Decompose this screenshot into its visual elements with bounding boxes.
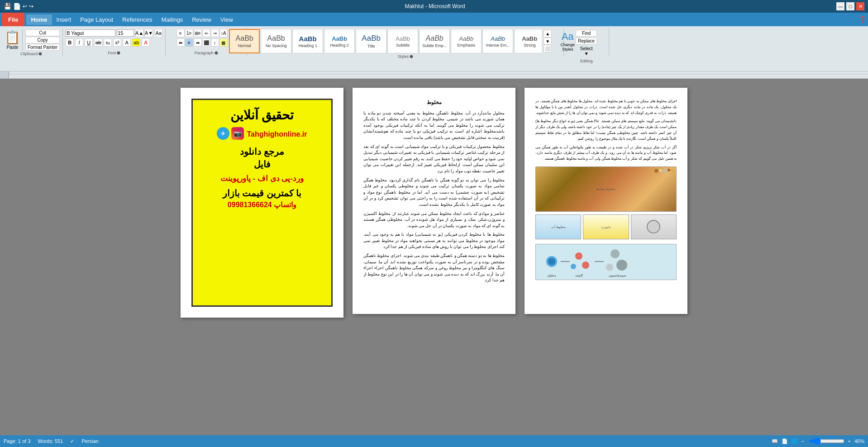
zoom-out-button[interactable]: −: [801, 438, 804, 444]
text-effects-button[interactable]: A: [123, 38, 131, 47]
word-count: Words: 551: [38, 438, 63, 444]
format-painter-button[interactable]: Format Painter: [25, 44, 60, 51]
superscript-button[interactable]: x²: [113, 38, 121, 47]
strikethrough-button[interactable]: ab: [94, 38, 102, 47]
page1-ref-title: مرجع دانلود فایل: [240, 145, 284, 171]
highlight-button[interactable]: ab: [132, 38, 140, 47]
zoom-in-button[interactable]: +: [848, 438, 851, 444]
align-center-button[interactable]: ≡: [185, 38, 193, 47]
sort-button[interactable]: ↕A: [219, 29, 228, 37]
subscript-button[interactable]: x₂: [104, 38, 112, 47]
paragraph-label: Paragraph: [195, 51, 214, 55]
read-mode-icon[interactable]: 📖: [772, 438, 778, 444]
menu-insert[interactable]: Insert: [52, 14, 76, 25]
styles-scroll-down[interactable]: ▼: [544, 38, 552, 45]
styles-scroll-up[interactable]: ▲: [544, 30, 552, 38]
underline-button[interactable]: U: [85, 38, 93, 47]
menu-home[interactable]: Home: [26, 14, 52, 25]
page1-title: تحقیق آنلاین: [230, 107, 294, 124]
page3-image-row: مایع زرد مخلوط آب: [535, 214, 677, 239]
decrease-font-button[interactable]: A▼: [145, 29, 153, 37]
svg-point-8: [610, 249, 620, 258]
style-subtle-emphasis[interactable]: AaBb Subtle Emp...: [419, 29, 450, 53]
decrease-indent-button[interactable]: ⇐: [202, 29, 210, 37]
copy-button[interactable]: Copy: [25, 37, 60, 43]
line-spacing-button[interactable]: ↕: [211, 38, 219, 47]
find-button[interactable]: Find: [576, 30, 597, 37]
cut-button[interactable]: Cut: [25, 29, 60, 36]
font-name-input[interactable]: [66, 29, 115, 37]
align-left-button[interactable]: ⬅: [176, 38, 185, 47]
web-layout-icon[interactable]: 🌐: [792, 438, 798, 444]
multilevel-list-button[interactable]: ⊞≡: [194, 29, 202, 37]
font-size-input[interactable]: [117, 29, 134, 37]
file-menu[interactable]: File: [2, 13, 24, 26]
spell-check-icon[interactable]: ✓: [70, 438, 74, 444]
style-intense-emphasis-preview: AaBb: [491, 35, 505, 42]
page1-url: Tahghighonline.ir: [247, 130, 307, 138]
styles-expand-icon[interactable]: ⬣: [410, 54, 413, 59]
style-intense-emphasis[interactable]: AaBb Intense Em...: [482, 29, 513, 53]
page3-image-1: [631, 214, 677, 239]
page2-para-1: محلول ماننداَرد در آب. مخلوط ناهمگن مخلو…: [363, 110, 505, 141]
menu-mailings[interactable]: Mailings: [157, 14, 188, 25]
menu-references[interactable]: References: [118, 14, 157, 25]
page1-contact: 09981366624 واتساپ: [228, 200, 296, 209]
clear-format-button[interactable]: Aa: [154, 29, 162, 37]
svg-point-6: [571, 264, 576, 269]
clipboard-expand-icon[interactable]: ⬣: [38, 52, 42, 56]
style-emphasis[interactable]: AaBb Emphasis: [451, 29, 482, 53]
page-1: تحقیق آنلاین Tahghighonline.ir 📷 ✈ مرجع …: [181, 88, 343, 318]
style-heading1[interactable]: AaBb Heading 1: [292, 29, 323, 53]
maximize-button[interactable]: □: [846, 2, 854, 10]
page2-para-4: عناصر و موادی که باعث ایجاد مخلوط ممکن م…: [363, 211, 505, 229]
style-normal[interactable]: AaBb Normal: [229, 29, 260, 53]
menu-view[interactable]: View: [216, 14, 238, 25]
style-strong[interactable]: AaBb Strong: [514, 29, 542, 53]
editing-label: Editing: [580, 59, 593, 63]
increase-indent-button[interactable]: ⇒: [211, 29, 219, 37]
font-color-button[interactable]: A: [142, 38, 150, 47]
svg-text:سوسپانسیون: سوسپانسیون: [609, 274, 626, 277]
replace-button[interactable]: Replace: [576, 38, 597, 44]
style-no-spacing[interactable]: AaBb No Spacing: [261, 29, 291, 53]
style-subtitle-preview: AaBb: [396, 35, 410, 42]
font-expand-icon[interactable]: ⬣: [117, 51, 120, 55]
print-layout-icon[interactable]: 📄: [782, 438, 788, 444]
style-normal-preview: AaBb: [236, 34, 253, 43]
bold-button[interactable]: B: [66, 38, 74, 47]
style-subtitle-label: Subtitle: [396, 43, 410, 48]
shading-button[interactable]: ▦: [219, 38, 228, 47]
style-title[interactable]: AaBb Title: [356, 29, 386, 53]
style-no-spacing-preview: AaBb: [267, 34, 285, 43]
style-subtle-emphasis-label: Subtle Emp...: [422, 43, 447, 48]
page2-para-6: مخلوط ها به دو دسته همگن و ناهمگن طبقه ب…: [363, 253, 505, 284]
increase-font-button[interactable]: A▲: [135, 29, 143, 37]
bullet-list-button[interactable]: ≡: [176, 29, 185, 37]
help-icon[interactable]: ❓: [858, 16, 866, 23]
svg-point-5: [582, 262, 589, 269]
menu-review[interactable]: Review: [187, 14, 216, 25]
paragraph-expand-icon[interactable]: ⬣: [215, 51, 218, 55]
page3-para-1: اجزای مخلوط های ممکن به خوبی با هم مخلوط…: [535, 99, 677, 116]
language-indicator[interactable]: Persian: [81, 438, 98, 444]
style-subtitle[interactable]: AaBb Subtitle: [387, 29, 418, 53]
styles-expand[interactable]: ⬜: [544, 45, 552, 52]
close-button[interactable]: ✕: [856, 2, 864, 10]
align-right-button[interactable]: ➡: [194, 38, 202, 47]
select-button[interactable]: Select ▼: [576, 45, 597, 57]
minimize-button[interactable]: —: [836, 2, 844, 10]
menu-page-layout[interactable]: Page Layout: [76, 14, 118, 25]
zoom-slider[interactable]: [808, 437, 844, 445]
style-heading2[interactable]: AaBb Heading 2: [324, 29, 355, 53]
page2-text-content: مخلوط محلول ماننداَرد در آب. مخلوط ناهمگ…: [363, 99, 505, 284]
svg-point-2: [548, 258, 555, 265]
instagram-icon: 📷: [231, 127, 244, 140]
style-title-preview: AaBb: [362, 34, 381, 43]
paste-button[interactable]: 📋 Paste: [3, 29, 23, 51]
italic-button[interactable]: I: [75, 38, 83, 47]
justify-button[interactable]: ⬛: [202, 38, 210, 47]
style-strong-preview: AaBb: [522, 35, 537, 42]
numbered-list-button[interactable]: 1≡: [185, 29, 193, 37]
page3-images: مخلوط سنگ‌ها مایع زرد مخلوط آب: [535, 166, 677, 280]
